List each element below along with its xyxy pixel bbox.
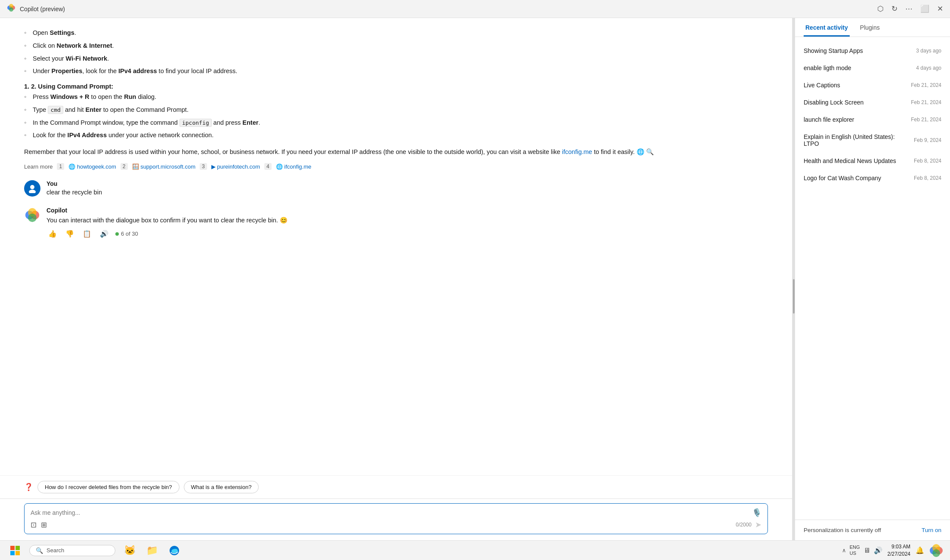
settings-list-item-3: Select your Wi-Fi Network.: [24, 54, 768, 64]
activity-title: Logo for Cat Wash Company: [804, 175, 881, 182]
svg-point-9: [28, 214, 37, 222]
taskbar-app-folder[interactable]: 📁: [144, 542, 160, 559]
suggestion-chip-1[interactable]: How do I recover deleted files from the …: [37, 481, 179, 493]
cmd-list-item-3: In the Command Prompt window, type the c…: [24, 118, 768, 128]
region-select-tool-button[interactable]: ⊞: [41, 520, 47, 529]
user-message-content: You clear the recycle bin: [46, 180, 102, 196]
svg-rect-13: [15, 551, 20, 555]
activity-title: Live Captions: [804, 82, 840, 89]
taskbar-monitor-icon[interactable]: 🖥: [863, 547, 870, 554]
list-item[interactable]: Explain in English (United States): LTPO…: [795, 128, 950, 152]
sidebar-activity-list: Showing Startup Apps 3 days ago enable l…: [795, 37, 950, 520]
input-tools: ⊡ ⊞: [31, 520, 47, 529]
suggestions-area: ❓ How do I recover deleted files from th…: [0, 475, 792, 498]
close-icon[interactable]: ✕: [937, 4, 943, 13]
list-item[interactable]: Disabling Lock Screen Feb 21, 2024: [795, 94, 950, 111]
refresh-icon[interactable]: ↻: [891, 4, 897, 13]
copilot-message-content: Copilot You can interact with the dialog…: [46, 207, 288, 239]
char-count: 0/2000: [736, 522, 752, 528]
taskbar-app-cat[interactable]: 🐱: [121, 542, 138, 559]
input-right: 0/2000 ➤: [736, 520, 761, 529]
thumbs-up-button[interactable]: 👍: [46, 229, 59, 239]
copilot-avatar-icon: [25, 207, 40, 223]
learn-more-label: Learn more: [24, 163, 53, 170]
source-num-3: 3: [200, 163, 207, 170]
learn-more: Learn more 1 🌐 howtogeek.com 2 🪟 support…: [24, 163, 768, 170]
user-avatar-icon: [28, 184, 37, 193]
list-item[interactable]: launch file explorer Feb 21, 2024: [795, 111, 950, 128]
list-item[interactable]: Showing Startup Apps 3 days ago: [795, 42, 950, 59]
count-text: 6 of 30: [121, 231, 138, 237]
app-container: Open Settings. Click on Network & Intern…: [0, 18, 950, 540]
user-avatar: [24, 180, 40, 197]
personalization-text: Personalization is currently off: [804, 527, 881, 533]
cmd-list-item-2: Type cmd and hit Enter to open the Comma…: [24, 105, 768, 115]
notifications-icon[interactable]: 🔔: [916, 546, 924, 554]
cmd-list-item-4: Look for the IPv4 Address under your act…: [24, 131, 768, 140]
source-num-1: 1: [57, 163, 64, 170]
split-view-icon[interactable]: ⬜: [920, 4, 929, 13]
chat-input[interactable]: [31, 509, 749, 516]
activity-title: enable ligth mode: [804, 65, 851, 71]
scroll-handle[interactable]: [793, 279, 795, 314]
edge-icon: [169, 545, 179, 556]
source-4[interactable]: 🌐 ifconfig.me: [276, 163, 311, 170]
source-3[interactable]: ▶ pureinfotech.com: [211, 163, 260, 170]
screenshot-tool-button[interactable]: ⊡: [31, 520, 37, 529]
chevron-up-icon[interactable]: ∧: [842, 547, 846, 554]
activity-date: Feb 21, 2024: [911, 82, 941, 88]
input-row: 🎙️: [31, 508, 761, 517]
list-item[interactable]: enable ligth mode 4 days ago: [795, 59, 950, 77]
start-button[interactable]: [7, 542, 23, 559]
message-actions: 👍 👎 📋 🔊 6 of 30: [46, 229, 288, 239]
activity-title: Disabling Lock Screen: [804, 99, 863, 106]
user-name: You: [46, 180, 102, 187]
mic-button[interactable]: 🎙️: [752, 508, 761, 517]
svg-rect-12: [10, 551, 15, 555]
activity-title: launch file explorer: [804, 116, 854, 123]
taskbar-volume-icon[interactable]: 🔊: [874, 546, 882, 554]
turn-on-button[interactable]: Turn on: [922, 527, 941, 533]
activity-date: 3 days ago: [916, 48, 941, 54]
cmd-list: Press Windows + R to open the Run dialog…: [24, 92, 768, 140]
personalization-bar: Personalization is currently off Turn on: [795, 520, 950, 540]
clock[interactable]: 9:03 AM 2/27/2024: [888, 543, 910, 558]
copilot-taskbar-icon[interactable]: [929, 544, 943, 557]
svg-rect-11: [15, 546, 20, 550]
taskbar-search-box[interactable]: 🔍 Search: [29, 545, 115, 556]
clock-date: 2/27/2024: [888, 551, 910, 558]
ip-content-section: Open Settings. Click on Network & Intern…: [24, 28, 768, 170]
cmd-list-item-1: Press Windows + R to open the Run dialog…: [24, 92, 768, 102]
settings-list-item-4: Under Properties, look for the IPv4 addr…: [24, 67, 768, 76]
user-text: clear the recycle bin: [46, 189, 102, 196]
tab-plugins[interactable]: Plugins: [858, 18, 882, 37]
taskbar-search-text: Search: [46, 547, 64, 554]
source-1[interactable]: 🌐 howtogeek.com: [68, 163, 116, 170]
source-2[interactable]: 🪟 support.microsoft.com: [132, 163, 196, 170]
list-item[interactable]: Logo for Cat Wash Company Feb 8, 2024: [795, 169, 950, 187]
taskbar-right: ∧ ENG US 🖥 🔊 9:03 AM 2/27/2024 🔔: [842, 543, 943, 558]
activity-date: Feb 21, 2024: [911, 117, 941, 123]
cmd-section: 2. Using Command Prompt: Press Windows +…: [24, 83, 768, 140]
more-options-icon[interactable]: ⋯: [905, 4, 913, 13]
list-item[interactable]: Health and Medical News Updates Feb 8, 2…: [795, 152, 950, 169]
list-item[interactable]: Live Captions Feb 21, 2024: [795, 77, 950, 94]
svg-rect-10: [10, 546, 15, 550]
send-button[interactable]: ➤: [755, 520, 761, 529]
taskbar-app-edge[interactable]: [166, 542, 183, 559]
ifconfig-link[interactable]: ifconfig.me: [562, 148, 592, 155]
speak-button[interactable]: 🔊: [98, 229, 110, 239]
thumbs-down-button[interactable]: 👎: [64, 229, 76, 239]
copilot-name: Copilot: [46, 207, 288, 214]
settings-list-item-2: Click on Network & Internet.: [24, 41, 768, 51]
activity-date: 4 days ago: [916, 65, 941, 71]
tab-recent-activity[interactable]: Recent activity: [804, 18, 850, 37]
open-external-icon[interactable]: ⬡: [877, 4, 884, 13]
message-count: 6 of 30: [115, 231, 138, 237]
title-bar-left: Copilot (preview): [7, 3, 65, 14]
taskbar: 🔍 Search 🐱 📁 ∧ ENG US 🖥 🔊 9:03 AM 2/: [0, 540, 950, 560]
title-bar-controls: ⬡ ↻ ⋯ ⬜ ✕: [877, 4, 943, 13]
suggestion-chip-2[interactable]: What is a file extension?: [184, 481, 259, 493]
copy-button[interactable]: 📋: [81, 229, 93, 239]
sidebar-tabs: Recent activity Plugins: [795, 18, 950, 37]
